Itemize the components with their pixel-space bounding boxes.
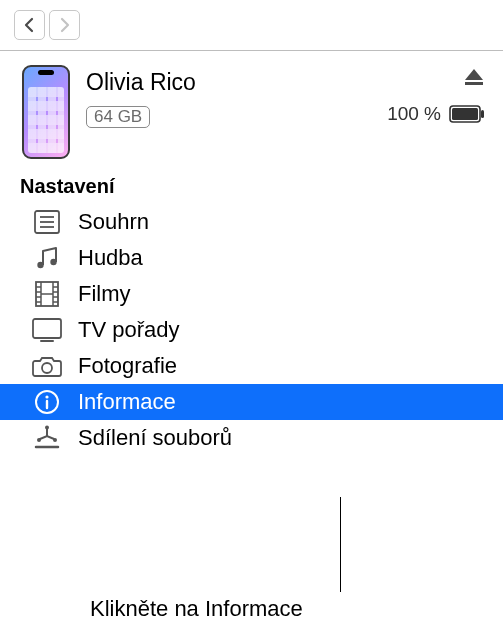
- device-name: Olivia Rico: [86, 69, 371, 96]
- menu-label: Souhrn: [78, 209, 149, 235]
- svg-rect-3: [481, 110, 484, 118]
- menu-label: Fotografie: [78, 353, 177, 379]
- capacity-badge: 64 GB: [86, 106, 150, 128]
- svg-point-28: [45, 426, 49, 430]
- menu-item-filesharing[interactable]: Sdílení souborů: [0, 420, 503, 456]
- section-title-settings: Nastavení: [0, 169, 503, 204]
- device-info: Olivia Rico 64 GB: [86, 65, 371, 128]
- device-status-right: 100 %: [387, 65, 485, 125]
- eject-icon: [463, 67, 485, 87]
- svg-rect-0: [465, 82, 483, 85]
- settings-menu: Souhrn Hudba Filmy TV pořady Fotografie …: [0, 204, 503, 456]
- svg-point-8: [37, 262, 43, 268]
- svg-rect-2: [452, 108, 478, 120]
- svg-point-29: [37, 438, 41, 442]
- menu-item-photos[interactable]: Fotografie: [0, 348, 503, 384]
- battery-icon: [449, 105, 485, 123]
- menu-item-music[interactable]: Hudba: [0, 240, 503, 276]
- menu-item-movies[interactable]: Filmy: [0, 276, 503, 312]
- eject-button[interactable]: [463, 67, 485, 91]
- device-thumbnail: [22, 65, 70, 159]
- apps-icon: [30, 425, 64, 451]
- film-icon: [30, 281, 64, 307]
- menu-label: Hudba: [78, 245, 143, 271]
- chevron-right-icon: [59, 17, 70, 33]
- svg-point-30: [53, 438, 57, 442]
- camera-icon: [30, 355, 64, 377]
- callout-text: Klikněte na Informace: [90, 596, 303, 622]
- back-button[interactable]: [14, 10, 45, 40]
- menu-item-tv[interactable]: TV pořady: [0, 312, 503, 348]
- tv-icon: [30, 318, 64, 342]
- battery-status: 100 %: [387, 103, 485, 125]
- info-icon: [30, 389, 64, 415]
- battery-percent: 100 %: [387, 103, 441, 125]
- menu-label: Sdílení souborů: [78, 425, 232, 451]
- menu-label: TV pořady: [78, 317, 180, 343]
- callout-line: [340, 497, 341, 592]
- menu-label: Informace: [78, 389, 176, 415]
- menu-item-info[interactable]: Informace: [0, 384, 503, 420]
- menu-label: Filmy: [78, 281, 131, 307]
- music-icon: [30, 245, 64, 271]
- summary-icon: [30, 210, 64, 234]
- svg-point-24: [42, 363, 52, 373]
- svg-rect-22: [33, 319, 61, 338]
- nav-toolbar: [0, 0, 503, 50]
- chevron-left-icon: [24, 17, 35, 33]
- device-header: Olivia Rico 64 GB 100 %: [0, 51, 503, 169]
- forward-button[interactable]: [49, 10, 80, 40]
- svg-point-26: [45, 395, 48, 398]
- menu-item-summary[interactable]: Souhrn: [0, 204, 503, 240]
- svg-point-9: [50, 259, 56, 265]
